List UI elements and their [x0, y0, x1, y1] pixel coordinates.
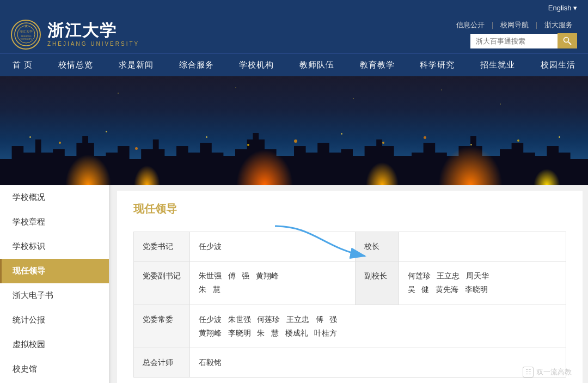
watermark: ☷ 双一流高教: [523, 367, 572, 378]
table-row: 党委副书记 朱世强 傅 强 黄翔峰 朱 慧 副校长 何莲珍 王立忠 周天华 吴 …: [134, 262, 566, 305]
nav-education[interactable]: 教育教学: [350, 54, 405, 77]
hero-banner: [0, 76, 588, 185]
link-service[interactable]: 浙大服务: [540, 20, 577, 30]
title-name-cell: 何莲珍 王立忠 周天华 吴 健 黄先海 李晓明: [399, 262, 566, 305]
name-cell: 石毅铭: [190, 348, 566, 377]
table-row: 党委书记 任少波 校长: [134, 232, 566, 262]
nav-services[interactable]: 综合服务: [169, 54, 224, 77]
title-cell: 校长: [355, 232, 399, 262]
table-row: 党委常委 任少波 朱世强 何莲珍 王立忠 傅 强 黄翔峰 李晓明 朱 慧 楼成礼…: [134, 305, 566, 348]
university-name-en: ZHEJIANG UNIVERSITY: [47, 41, 139, 47]
sidebar: 学校概况 学校章程 学校标识 现任领导 浙大电子书 统计公报 虚拟校园 校史馆: [0, 180, 109, 383]
nav-admissions[interactable]: 招生就业: [470, 54, 525, 77]
section-title: 现任领导: [133, 202, 566, 221]
svg-line-7: [568, 42, 571, 45]
nav-news[interactable]: 求是新闻: [109, 54, 163, 77]
name-cell: 任少波: [190, 232, 356, 262]
name-cell: 朱世强 傅 强 黄翔峰 朱 慧: [190, 262, 356, 305]
name-cell: 任少波 朱世强 何莲珍 王立忠 傅 强 黄翔峰 李晓明 朱 慧 楼成礼 叶桂方: [190, 305, 566, 348]
nav-bar: 首 页 校情总览 求是新闻 综合服务 学校机构 教师队伍 教育教学 科学研究 招…: [0, 53, 588, 76]
university-name-cn: 浙江大学: [47, 22, 139, 39]
watermark-text: 双一流高教: [536, 367, 572, 377]
svg-text:浙江大学: 浙江大学: [20, 30, 33, 33]
role-cell: 党委常委: [134, 305, 190, 348]
wechat-icon: ☷: [523, 367, 534, 378]
nav-home[interactable]: 首 页: [3, 54, 42, 77]
nav-faculty[interactable]: 教师队伍: [290, 54, 344, 77]
title-name-cell: [399, 232, 566, 262]
logo-area: 浙江大学 ZHEJIANG UNIVERSITY 浙江大学 ZHEJIANG U…: [11, 20, 139, 50]
role-cell: 党委书记: [134, 232, 190, 262]
sidebar-item-statistics[interactable]: 统计公报: [0, 308, 109, 332]
svg-text:ZHEJIANG: ZHEJIANG: [21, 35, 31, 38]
nav-overview[interactable]: 校情总览: [48, 54, 103, 77]
search-button[interactable]: [558, 33, 577, 48]
university-seal: 浙江大学 ZHEJIANG UNIVERSITY: [11, 20, 41, 50]
svg-marker-5: [24, 25, 28, 28]
svg-text:UNIVERSITY: UNIVERSITY: [20, 38, 32, 40]
role-cell: 总会计师: [134, 348, 190, 377]
table-row: 总会计师 石毅铭: [134, 348, 566, 377]
sidebar-item-charter[interactable]: 学校章程: [0, 210, 109, 234]
search-input[interactable]: [470, 34, 558, 48]
title-cell: 副校长: [355, 262, 399, 305]
language-button[interactable]: English ▾: [548, 4, 577, 12]
nav-campus[interactable]: 校园生活: [531, 54, 585, 77]
link-info[interactable]: 信息公开: [452, 20, 489, 30]
sidebar-item-leaders[interactable]: 现任领导: [0, 259, 109, 283]
sidebar-item-identity[interactable]: 学校标识: [0, 234, 109, 259]
sidebar-item-overview[interactable]: 学校概况: [0, 185, 109, 210]
svg-point-6: [564, 38, 569, 42]
role-cell: 党委副书记: [134, 262, 190, 305]
sidebar-item-virtual[interactable]: 虚拟校园: [0, 332, 109, 357]
nav-research[interactable]: 科学研究: [410, 54, 464, 77]
link-nav[interactable]: 校网导航: [496, 20, 533, 30]
sidebar-item-ebooks[interactable]: 浙大电子书: [0, 283, 109, 308]
leaders-table: 党委书记 任少波 校长 党委副书记 朱世强 傅 强 黄翔峰 朱 慧 副校长 何莲…: [133, 232, 566, 378]
main-content: 现任领导 党委书记 任少波 校长 党委副书记: [117, 191, 583, 383]
nav-institutions[interactable]: 学校机构: [229, 54, 284, 77]
sidebar-item-history[interactable]: 校史馆: [0, 357, 109, 381]
svg-point-1: [17, 26, 35, 43]
